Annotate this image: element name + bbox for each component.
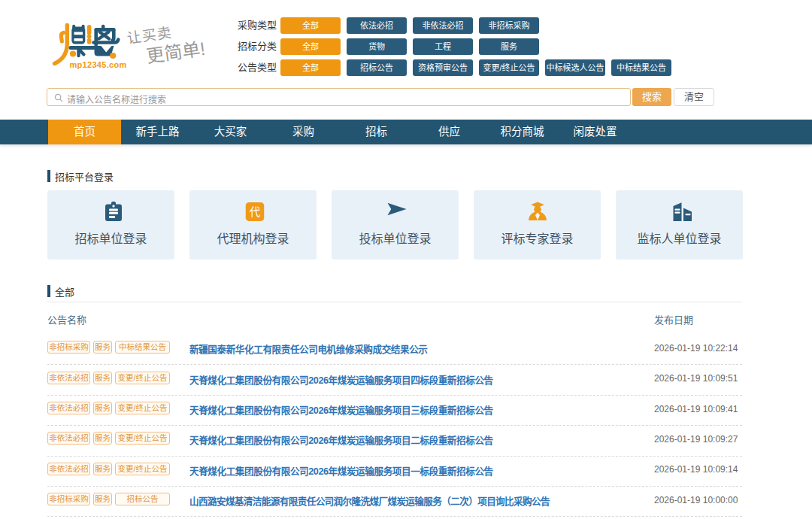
svg-text:mp12345.com: mp12345.com (70, 60, 127, 69)
svg-text:代: 代 (249, 205, 260, 217)
